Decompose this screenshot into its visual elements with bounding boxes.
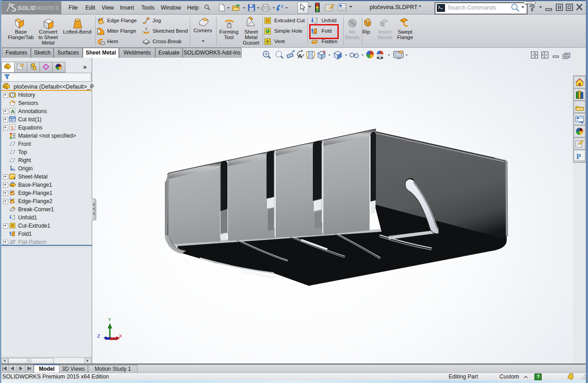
svg-text:WORKS: WORKS bbox=[36, 5, 59, 11]
svg-text:Σ: Σ bbox=[11, 125, 14, 130]
svg-text:X: X bbox=[119, 333, 122, 339]
svg-text:SOLID: SOLID bbox=[18, 5, 36, 11]
svg-text:A: A bbox=[11, 109, 15, 114]
svg-text:Z: Z bbox=[97, 333, 100, 339]
svg-text:P: P bbox=[576, 152, 581, 161]
svg-text:Y: Y bbox=[108, 317, 111, 323]
